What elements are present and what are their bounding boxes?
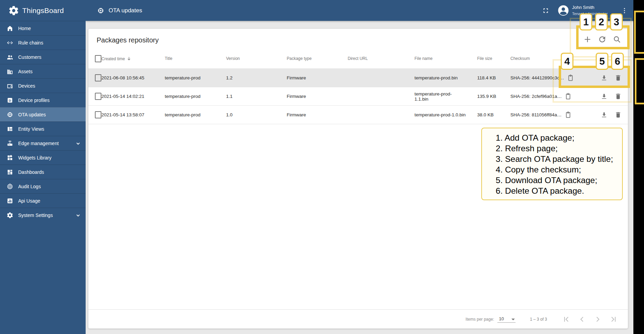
- thingsboard-app: ThingsBoard Home Rule chains Customers A…: [0, 0, 644, 334]
- callout-1: 1: [580, 13, 592, 30]
- callout-2: 2: [595, 13, 608, 30]
- sidebar-item-audit-logs[interactable]: Audit Logs: [0, 179, 86, 193]
- sidebar-item-system-settings[interactable]: System Settings: [0, 208, 86, 222]
- select-all-checkbox[interactable]: [95, 55, 101, 62]
- device-profiles-icon: [7, 97, 13, 104]
- column-header-version[interactable]: Version: [226, 56, 287, 61]
- previous-page-button[interactable]: [578, 315, 586, 323]
- sidebar-item-label: OTA updates: [18, 112, 46, 117]
- column-header-file-size[interactable]: File size: [477, 56, 510, 61]
- avatar[interactable]: [558, 5, 569, 16]
- sidebar-item-rule-chains[interactable]: Rule chains: [0, 35, 86, 50]
- topbar: OTA updates John Smith Tenant administra…: [86, 0, 644, 21]
- app-logo[interactable]: ThingsBoard: [0, 0, 86, 21]
- trash-icon: [615, 111, 622, 118]
- chevron-down-icon[interactable]: [75, 140, 82, 147]
- table-row[interactable]: 2021-06-08 10:56:45 temperature-prod 1.2…: [88, 68, 628, 87]
- cell-package-type: Firmware: [287, 75, 348, 80]
- chevron-down-icon[interactable]: [75, 212, 82, 219]
- sidebar-item-label: Dashboards: [18, 169, 44, 175]
- user-info[interactable]: John Smith Tenant administrator: [572, 4, 616, 17]
- cell-created-time: 2021-05-14 13:58:07: [101, 112, 165, 117]
- legend-line: 4. Copy the checksum;: [496, 164, 620, 175]
- cell-version: 1.2: [226, 75, 287, 80]
- sidebar-item-ota-updates[interactable]: OTA updates: [0, 107, 86, 121]
- system-settings-icon: [7, 212, 13, 219]
- clipboard-icon: [565, 111, 572, 118]
- cell-checksum: SHA-256: 811056ff84a…: [510, 112, 562, 117]
- last-page-button[interactable]: [609, 315, 618, 323]
- last-page-icon: [609, 315, 618, 323]
- sidebar-item-widgets-library[interactable]: Widgets Library: [0, 150, 86, 165]
- rule-chains-icon: [7, 39, 13, 46]
- cell-file-size: 38.0 KB: [477, 112, 510, 117]
- cell-file-size: 135.9 KB: [477, 94, 510, 99]
- next-page-icon: [594, 315, 602, 323]
- sidebar-item-home[interactable]: Home: [0, 21, 86, 35]
- page-title-text: OTA updates: [109, 7, 142, 14]
- cell-title: temperature-prod: [165, 75, 226, 80]
- sidebar-item-label: Customers: [18, 54, 41, 60]
- sidebar-item-label: Assets: [18, 69, 33, 74]
- sidebar-item-label: Devices: [18, 83, 35, 89]
- download-icon: [600, 111, 608, 118]
- thingsboard-logo-icon: [8, 5, 19, 16]
- copy-checksum-button[interactable]: [565, 111, 572, 118]
- home-icon: [7, 25, 13, 32]
- delete-package-button[interactable]: [615, 111, 622, 118]
- download-package-button[interactable]: [600, 111, 608, 118]
- assets-icon: [7, 68, 13, 75]
- legend-line: 1. Add OTA package;: [496, 132, 620, 143]
- cell-title: temperature-prod: [165, 94, 226, 99]
- audit-logs-icon: [7, 183, 13, 190]
- next-page-button[interactable]: [594, 315, 602, 323]
- edge-management-icon: [7, 140, 13, 147]
- sidebar-item-device-profiles[interactable]: Device profiles: [0, 93, 86, 107]
- sidebar: ThingsBoard Home Rule chains Customers A…: [0, 0, 86, 334]
- cell-version: 1.1: [226, 94, 287, 99]
- sidebar-item-label: Api Usage: [18, 198, 40, 204]
- callout-6: 6: [611, 53, 624, 70]
- sidebar-item-customers[interactable]: Customers: [0, 50, 86, 64]
- fullscreen-icon[interactable]: [542, 7, 549, 14]
- sidebar-item-entity-views[interactable]: Entity Views: [0, 121, 86, 136]
- ota-updates-icon: [7, 111, 13, 118]
- items-per-page-select[interactable]: 10: [497, 316, 515, 323]
- dashboards-icon: [7, 169, 13, 176]
- sidebar-item-label: Edge management: [18, 141, 59, 146]
- column-header-title[interactable]: Title: [165, 56, 226, 61]
- pagination-range: 1 – 3 of 3: [530, 317, 547, 322]
- legend-line: 2. Refresh page;: [496, 143, 620, 154]
- row-checkbox[interactable]: [95, 93, 101, 100]
- column-header-file-name[interactable]: File name: [414, 56, 477, 61]
- sort-desc-icon[interactable]: [126, 56, 132, 61]
- first-page-button[interactable]: [562, 315, 570, 323]
- cell-title: temperature-prod: [165, 112, 226, 117]
- card-title: Packages repository: [97, 36, 159, 44]
- column-header-package-type[interactable]: Package type: [287, 56, 348, 61]
- first-page-icon: [562, 315, 570, 323]
- cell-created-time: 2021-06-08 10:56:45: [101, 75, 165, 80]
- cell-file-size: 118.4 KB: [477, 75, 510, 80]
- sidebar-item-label: Widgets Library: [18, 155, 51, 160]
- table-row[interactable]: 2021-05-14 14:02:21 temperature-prod 1.1…: [88, 87, 628, 105]
- sidebar-item-dashboards[interactable]: Dashboards: [0, 165, 86, 179]
- more-vert-icon[interactable]: [621, 7, 628, 14]
- sidebar-item-assets[interactable]: Assets: [0, 64, 86, 78]
- widgets-library-icon: [7, 154, 13, 161]
- sidebar-item-api-usage[interactable]: Api Usage: [0, 193, 86, 208]
- sidebar-item-label: Entity Views: [18, 126, 44, 132]
- sidebar-item-devices[interactable]: Devices: [0, 78, 86, 93]
- row-checkbox[interactable]: [95, 74, 101, 81]
- cell-file-name: temperature-prod- 1.1.bin: [414, 91, 477, 102]
- caret-down-icon: [511, 319, 515, 320]
- items-per-page-label: Items per page:: [466, 317, 494, 322]
- sidebar-item-edge-management[interactable]: Edge management: [0, 136, 86, 150]
- annotation-spill-rect: [635, 58, 644, 104]
- table-row[interactable]: 2021-05-14 13:58:07 temperature-prod 1.0…: [88, 105, 628, 124]
- column-header-direct-url[interactable]: Direct URL: [348, 56, 414, 61]
- customers-icon: [7, 54, 13, 61]
- row-checkbox[interactable]: [95, 111, 101, 118]
- column-header-created-time[interactable]: Created time: [101, 56, 165, 61]
- table-header-row: Created time Title Version Package type …: [88, 49, 628, 68]
